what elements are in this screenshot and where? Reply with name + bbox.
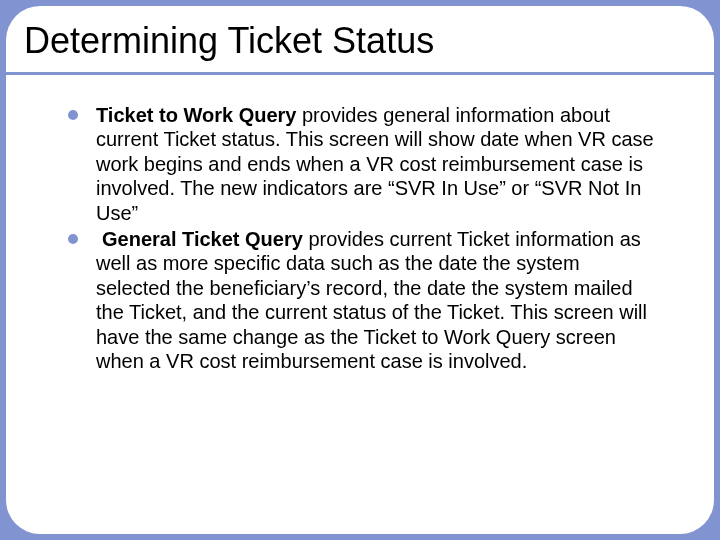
- slide-title: Determining Ticket Status: [24, 20, 714, 62]
- slide-content: Ticket to Work Query provides general in…: [6, 75, 714, 373]
- list-item: Ticket to Work Query provides general in…: [66, 103, 654, 225]
- list-item: General Ticket Query provides current Ti…: [66, 227, 654, 373]
- bullet-bold-lead: General Ticket Query: [102, 228, 303, 250]
- bullet-bold-lead: Ticket to Work Query: [96, 104, 296, 126]
- title-wrap: Determining Ticket Status: [6, 6, 714, 62]
- bullet-list: Ticket to Work Query provides general in…: [66, 103, 654, 373]
- slide-card: Determining Ticket Status Ticket to Work…: [6, 6, 714, 534]
